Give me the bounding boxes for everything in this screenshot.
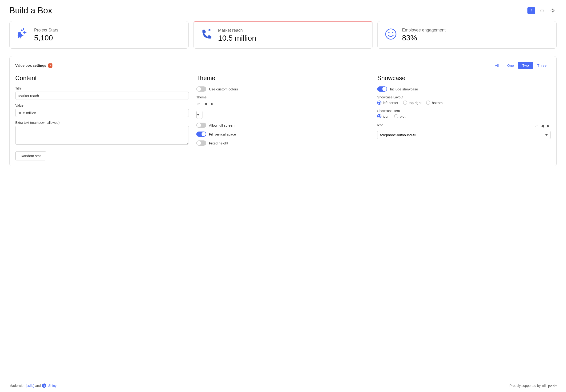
footer-right: Proudly supported by posit [509,384,557,388]
svg-text:✦: ✦ [20,29,23,32]
settings-header: Value box settings ? All One Two Three [15,62,551,69]
posit-logo-icon [542,384,546,388]
item-plot[interactable]: plot [394,114,405,118]
svg-point-14 [388,32,389,33]
theme-column: Theme Use custom colors Theme ⇌ ◀ ▶ [196,74,370,160]
value-box-market-text: Market reach 10.5 million [218,28,256,42]
made-with-text: Made with [9,384,24,388]
code-icon-button[interactable] [538,7,546,14]
tab-two[interactable]: Two [518,62,533,69]
value-box-market-label: Market reach [218,28,256,33]
header: Build a Box i [9,6,557,15]
layout-top-right[interactable]: top right [403,100,421,105]
value-box-stars-value: 5,100 [34,34,58,42]
svg-line-4 [554,12,554,12]
layout-left-center-radio[interactable] [377,100,381,105]
footer-left: Made with {bslib} and S Shiny [9,383,57,388]
svg-rect-21 [545,384,546,387]
icon-next-btn[interactable]: ▶ [546,123,551,129]
value-group: Value [15,104,189,117]
theme-shuffle-btn[interactable]: ⇌ [196,100,201,107]
custom-colors-toggle[interactable] [196,86,206,92]
value-box-market[interactable]: Market reach 10.5 million [193,21,372,49]
fixed-height-label: Fixed height [209,141,228,145]
value-box-stars-text: Project Stars 5,100 [34,28,58,42]
shiny-logo-icon: S [42,383,47,388]
icon-prev-btn[interactable]: ◀ [540,123,545,129]
random-stat-button[interactable]: Random stat [15,151,46,160]
svg-line-3 [551,9,552,9]
info-icon-button[interactable]: i [527,7,535,14]
item-icon-label: icon [383,114,389,118]
svg-line-8 [554,9,554,9]
fill-vertical-toggle[interactable] [196,132,206,137]
value-label: Value [15,104,189,107]
layout-top-right-radio[interactable] [403,100,407,105]
question-badge: ? [48,63,52,68]
fixed-height-toggle[interactable] [196,140,206,146]
custom-colors-row: Use custom colors [196,86,370,92]
layout-bottom[interactable]: bottom [426,100,443,105]
settings-title: Value box settings ? [15,63,52,68]
theme-next-btn[interactable]: ▶ [210,100,214,107]
value-box-engagement[interactable]: Employee engagement 83% [377,21,557,49]
tab-one[interactable]: One [503,62,518,69]
sun-icon-button[interactable] [549,7,557,14]
layout-radio-group: left center top right bottom [377,100,551,105]
showcase-heading: Showcase [377,74,551,82]
layout-left-center[interactable]: left center [377,100,398,105]
value-box-stars-label: Project Stars [34,28,58,33]
showcase-column: Showcase Include showcase Showcase Layou… [377,74,551,160]
include-showcase-label: Include showcase [390,87,418,91]
layout-section: Showcase Layout left center top right [377,95,551,105]
value-box-engagement-value: 83% [402,34,446,42]
icon-shuffle-btn[interactable]: ⇌ [534,123,538,129]
layout-label: Showcase Layout [377,95,551,99]
svg-point-15 [392,32,393,33]
tab-all[interactable]: All [491,62,503,69]
item-section: Showcase Item icon plot [377,109,551,118]
fixed-height-row: Fixed height [196,140,370,146]
include-showcase-toggle[interactable] [377,86,387,92]
content-heading: Content [15,74,189,82]
fill-vertical-label: Fill vertical space [209,132,236,136]
icon-select[interactable]: telephone-outbound-fill [377,131,551,139]
theme-prev-btn[interactable]: ◀ [203,100,208,107]
layout-left-center-label: left center [383,101,398,105]
full-screen-row: Allow full screen [196,123,370,128]
page-title: Build a Box [9,6,52,15]
item-icon[interactable]: icon [377,114,389,118]
svg-point-0 [552,10,554,12]
extra-text-label: Extra text (markdown allowed) [15,121,189,125]
extra-text-group: Extra text (markdown allowed) [15,121,189,146]
svg-rect-19 [543,385,544,387]
stars-icon: ✦ ✦ ✦ [16,28,30,42]
layout-bottom-radio[interactable] [426,100,430,105]
and-text: and [35,384,41,388]
footer: Made with {bslib} and S Shiny Proudly su… [0,379,566,392]
smiley-icon [384,28,397,42]
theme-select[interactable] [196,111,202,119]
layout-top-right-label: top right [409,101,421,105]
custom-colors-label: Use custom colors [209,87,238,91]
icon-select-label: Icon [377,123,383,127]
item-radio-group: icon plot [377,114,551,118]
tab-three[interactable]: Three [533,62,551,69]
theme-select-label: Theme [196,95,370,99]
shiny-link[interactable]: Shiny [48,384,57,388]
value-box-stars[interactable]: ✦ ✦ ✦ Project Stars 5,100 [9,21,189,49]
tab-group: All One Two Three [491,62,551,69]
title-input[interactable] [15,92,189,100]
extra-text-input[interactable] [15,126,189,145]
title-group: Title [15,86,189,100]
full-screen-label: Allow full screen [209,123,235,127]
value-input[interactable] [15,109,189,117]
item-icon-radio[interactable] [377,114,381,118]
bslib-link[interactable]: {bslib} [25,384,34,388]
full-screen-toggle[interactable] [196,123,206,128]
value-box-engagement-label: Employee engagement [402,28,446,33]
item-plot-radio[interactable] [394,114,398,118]
posit-text: posit [548,384,557,388]
svg-rect-20 [544,384,545,387]
svg-point-13 [386,29,396,39]
